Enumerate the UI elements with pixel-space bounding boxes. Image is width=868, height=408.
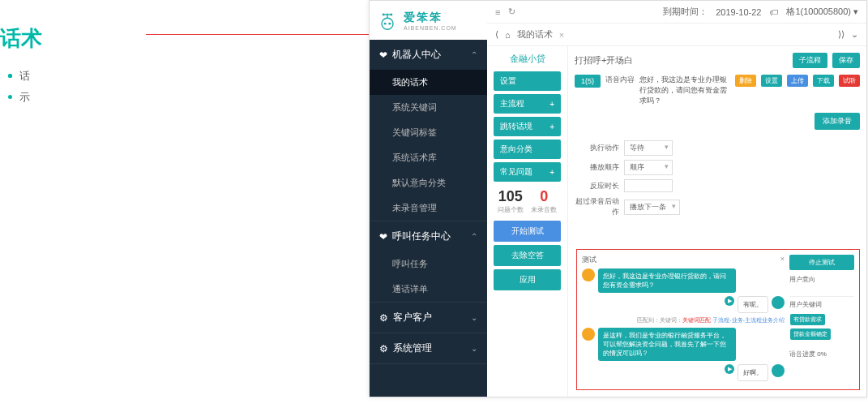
exec-label: 执行动作 [575,143,619,153]
play-select[interactable]: 顺序 [624,160,673,175]
user-avatar [772,364,785,377]
script-label: 语音内容 [605,75,635,85]
test-header: 测试 [582,255,596,265]
unrecorded-count: 0 [531,188,557,205]
nav-group-robot[interactable]: ❤机器人中心 ⌃ [370,40,487,70]
progress-label: 语音进度 0% [789,350,854,359]
tab-close-icon[interactable]: × [559,30,564,40]
main-area: ≡ ↻ 到期时间： 2019-10-22 🏷 格1(100005800) ▾ ⟨… [487,1,866,397]
nav-keyword-tags[interactable]: 关键词标签 [370,120,487,145]
keyword-tag[interactable]: 贷款金额确定 [790,329,831,340]
faq-button[interactable]: 常见问题+ [494,162,561,182]
plus-icon: + [549,100,554,109]
test-side-panel: 停止测试 用户意向 用户关键词 有贷款需求 贷款金额确定 语音进度 0% [789,255,854,384]
apply-button[interactable]: 应用 [494,269,561,290]
exec-select[interactable]: 等待 [624,140,673,156]
skip-label: 超过录音后动作 [575,196,619,217]
add-recording-button[interactable]: 添加录音 [815,113,860,130]
save-button[interactable]: 保存 [832,53,860,68]
nav-call-details[interactable]: 通话详单 [370,277,487,302]
nav-default-intent[interactable]: 默认意向分类 [370,170,487,195]
settings-chip[interactable]: 设置 [761,75,782,87]
skip-select[interactable]: 播放下一条 [624,200,680,215]
user-menu[interactable]: 格1(100005800) ▾ [786,6,858,18]
chevron-down-icon: ⌄ [471,344,477,353]
nav-sys-keywords[interactable]: 系统关键词 [370,95,487,120]
chevron-up-icon: ⌃ [471,50,477,59]
chevron-down-icon[interactable]: ⌄ [851,29,858,40]
nav-label: 机器人中心 [392,48,441,62]
stop-test-button[interactable]: 停止测试 [789,255,854,270]
logo-text-en: AIBENBEN.COM [404,25,457,31]
nav-unrecorded[interactable]: 未录音管理 [370,195,487,221]
script-text: 您好，我这边是专业办理银行贷款的，请问您有资金需求吗？ [639,75,730,106]
svg-point-2 [384,23,387,25]
question-count-label: 问题个数 [498,205,524,214]
clear-button[interactable]: 去除空答 [494,245,561,266]
nav-label: 系统管理 [393,341,432,355]
plus-icon: + [549,122,554,131]
category-label[interactable]: 金融小贷 [494,53,561,65]
bot-message: 您好，我这边是专业办理银行贷款的，请问您有资金需求吗？ [598,268,736,293]
nav-group-call[interactable]: ❤呼叫任务中心 ⌃ [370,221,487,251]
download-chip[interactable]: 下载 [813,75,834,87]
play-icon[interactable]: ▶ [725,364,734,374]
match-info: 匹配到：关键词：关键词匹配 子流程-业务-主流程业务介绍 [582,316,785,324]
start-test-button[interactable]: 开始测试 [494,221,561,242]
bullet-3: 示 [8,90,211,105]
duration-input[interactable] [624,179,673,192]
duration-label: 反应时长 [575,181,619,191]
svg-point-7 [391,14,393,16]
intent-button[interactable]: 意向分类 [494,140,561,159]
nav-sys-scripts[interactable]: 系统话术库 [370,145,487,170]
sidebar: 爱笨笨 AIBENBEN.COM ❤机器人中心 ⌃ 我的话术 系统关键词 关键词… [370,1,487,397]
breadcrumb-title: 我的话术 [517,28,553,41]
heart-icon: ❤ [379,49,387,61]
back-icon[interactable]: ⟨ [495,29,498,40]
intent-label: 用户意向 [789,275,854,284]
flow-panel: 金融小贷 设置 主流程+ 跳转话境+ 意向分类 常见问题+ 105问题个数 0未… [487,46,568,397]
chevron-down-icon: ⌄ [471,313,477,322]
logo-text-cn: 爱笨笨 [404,11,457,25]
nav-call-tasks[interactable]: 呼叫任务 [370,251,487,277]
subflow-button[interactable]: 子流程 [793,53,827,68]
jump-button[interactable]: 跳转话境+ [494,117,561,136]
step-badge[interactable]: 1(5) [575,75,601,88]
close-icon[interactable]: × [780,255,785,265]
home-icon[interactable]: ⌂ [505,30,511,40]
forward-icon[interactable]: ⟩⟩ [838,29,844,40]
preview-chip[interactable]: 试听 [839,75,860,87]
annotation-title: 话术 [0,24,211,53]
app-window: 爱笨笨 AIBENBEN.COM ❤机器人中心 ⌃ 我的话术 系统关键词 关键词… [369,0,867,397]
gear-icon: ⚙ [379,312,388,324]
unrecorded-count-label: 未录音数 [531,205,557,214]
menu-icon[interactable]: ≡ [495,7,500,17]
nav-group-customer[interactable]: ⚙客户客户 ⌄ [370,303,487,333]
keywords-label: 用户关键词 [789,300,854,309]
play-icon[interactable]: ▶ [725,296,734,306]
nav-group-system[interactable]: ⚙系统管理 ⌄ [370,333,487,363]
topbar: ≡ ↻ 到期时间： 2019-10-22 🏷 格1(100005800) ▾ [487,1,866,24]
bot-avatar [582,328,595,341]
heart-icon: ❤ [379,231,387,243]
robot-logo-icon [376,9,399,32]
nav-my-scripts[interactable]: 我的话术 [370,70,487,95]
bot-message: 是这样，我们是专业的银行融贷服务平台，可以帮您解决资金问题，我首先了解一下您的情… [598,328,736,361]
delete-chip[interactable]: 删除 [735,75,756,87]
expiry-label: 到期时间： [663,6,708,18]
refresh-icon[interactable]: ↻ [508,6,515,17]
play-label: 播放顺序 [575,162,619,173]
bullet-2: 话 [8,69,211,84]
upload-chip[interactable]: 上传 [787,75,808,87]
nav-label: 客户客户 [393,311,432,324]
logo[interactable]: 爱笨笨 AIBENBEN.COM [370,1,487,40]
tag-icon[interactable]: 🏷 [769,7,778,17]
svg-point-3 [388,23,391,25]
user-avatar [772,296,785,309]
gear-icon: ⚙ [379,343,388,354]
svg-point-6 [383,14,385,16]
keyword-tag[interactable]: 有贷款需求 [790,314,825,325]
main-flow-button[interactable]: 主流程+ [494,94,561,114]
settings-button[interactable]: 设置 [494,71,561,91]
node-title: 打招呼+开场白 [575,54,788,67]
